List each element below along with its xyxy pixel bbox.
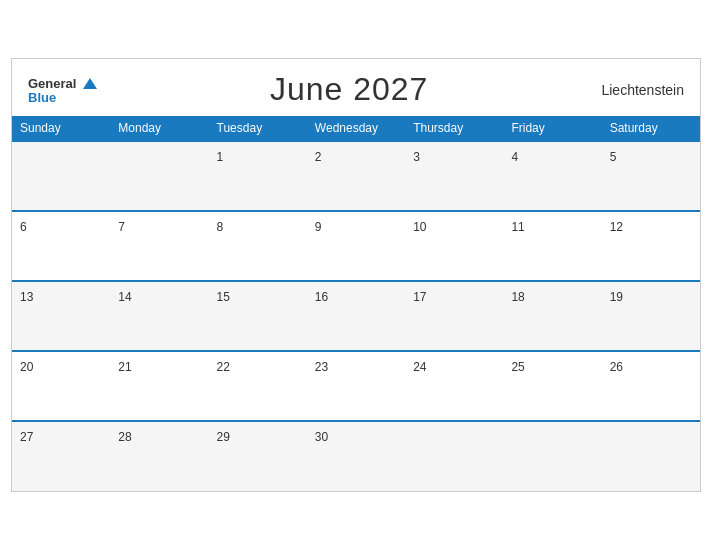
day-number: 6: [20, 220, 27, 234]
calendar-cell: [12, 141, 110, 211]
day-number: 26: [610, 360, 623, 374]
day-number: 9: [315, 220, 322, 234]
day-number: 13: [20, 290, 33, 304]
header-friday: Friday: [503, 116, 601, 141]
logo-line1: General: [28, 74, 97, 92]
week-row-1: 12345: [12, 141, 700, 211]
logo-triangle-icon: [83, 78, 97, 89]
day-number: 27: [20, 430, 33, 444]
day-number: 14: [118, 290, 131, 304]
calendar-cell: 22: [209, 351, 307, 421]
calendar-cell: 5: [602, 141, 700, 211]
calendar-cell: 15: [209, 281, 307, 351]
day-number: 18: [511, 290, 524, 304]
day-number: 16: [315, 290, 328, 304]
calendar-cell: 16: [307, 281, 405, 351]
calendar-cell: 4: [503, 141, 601, 211]
day-number: 23: [315, 360, 328, 374]
day-number: 29: [217, 430, 230, 444]
header-thursday: Thursday: [405, 116, 503, 141]
week-row-2: 6789101112: [12, 211, 700, 281]
day-number: 17: [413, 290, 426, 304]
day-number: 7: [118, 220, 125, 234]
calendar-cell: 14: [110, 281, 208, 351]
day-number: 21: [118, 360, 131, 374]
day-number: 10: [413, 220, 426, 234]
calendar-container: General Blue June 2027 Liechtenstein Sun…: [11, 58, 701, 492]
day-number: 8: [217, 220, 224, 234]
week-row-3: 13141516171819: [12, 281, 700, 351]
calendar-cell: 8: [209, 211, 307, 281]
logo-blue-text: Blue: [28, 91, 56, 105]
calendar-cell: [405, 421, 503, 491]
logo: General Blue: [28, 74, 97, 106]
calendar-cell: 11: [503, 211, 601, 281]
calendar-cell: 29: [209, 421, 307, 491]
calendar-cell: [602, 421, 700, 491]
day-number: 1: [217, 150, 224, 164]
day-number: 5: [610, 150, 617, 164]
day-number: 24: [413, 360, 426, 374]
calendar-cell: 23: [307, 351, 405, 421]
week-row-5: 27282930: [12, 421, 700, 491]
calendar-cell: 6: [12, 211, 110, 281]
day-number: 11: [511, 220, 524, 234]
day-number: 25: [511, 360, 524, 374]
calendar-cell: [110, 141, 208, 211]
day-number: 15: [217, 290, 230, 304]
country-name: Liechtenstein: [601, 82, 684, 98]
day-number: 22: [217, 360, 230, 374]
calendar-cell: 2: [307, 141, 405, 211]
calendar-cell: 20: [12, 351, 110, 421]
day-number: 19: [610, 290, 623, 304]
calendar-cell: 19: [602, 281, 700, 351]
header-wednesday: Wednesday: [307, 116, 405, 141]
weekday-header-row: Sunday Monday Tuesday Wednesday Thursday…: [12, 116, 700, 141]
day-number: 4: [511, 150, 518, 164]
calendar-cell: 1: [209, 141, 307, 211]
day-number: 30: [315, 430, 328, 444]
calendar-cell: 30: [307, 421, 405, 491]
calendar-cell: 17: [405, 281, 503, 351]
calendar-cell: 18: [503, 281, 601, 351]
calendar-cell: 7: [110, 211, 208, 281]
calendar-cell: 27: [12, 421, 110, 491]
month-title: June 2027: [270, 71, 428, 108]
calendar-cell: 9: [307, 211, 405, 281]
calendar-cell: 26: [602, 351, 700, 421]
calendar-header: General Blue June 2027 Liechtenstein: [12, 59, 700, 116]
calendar-cell: [503, 421, 601, 491]
header-tuesday: Tuesday: [209, 116, 307, 141]
calendar-cell: 12: [602, 211, 700, 281]
calendar-cell: 10: [405, 211, 503, 281]
calendar-cell: 3: [405, 141, 503, 211]
header-saturday: Saturday: [602, 116, 700, 141]
day-number: 20: [20, 360, 33, 374]
day-number: 2: [315, 150, 322, 164]
calendar-grid: Sunday Monday Tuesday Wednesday Thursday…: [12, 116, 700, 491]
week-row-4: 20212223242526: [12, 351, 700, 421]
calendar-cell: 13: [12, 281, 110, 351]
calendar-cell: 25: [503, 351, 601, 421]
calendar-cell: 28: [110, 421, 208, 491]
logo-general-text: General: [28, 76, 76, 91]
calendar-cell: 21: [110, 351, 208, 421]
calendar-cell: 24: [405, 351, 503, 421]
day-number: 28: [118, 430, 131, 444]
header-sunday: Sunday: [12, 116, 110, 141]
day-number: 3: [413, 150, 420, 164]
header-monday: Monday: [110, 116, 208, 141]
day-number: 12: [610, 220, 623, 234]
